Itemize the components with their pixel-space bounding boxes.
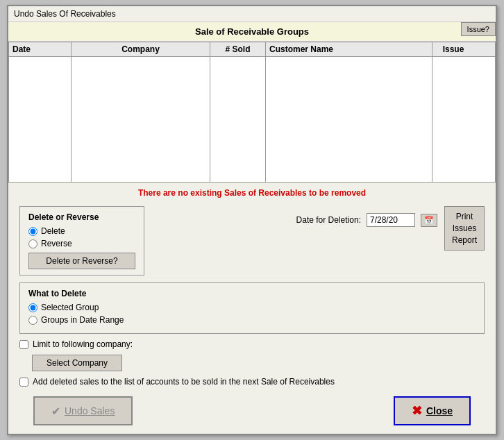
- date-row: Date for Deletion: 📅: [296, 213, 437, 227]
- date-input[interactable]: [367, 213, 415, 227]
- receivables-table: Date Company # Sold Customer Name Issue: [8, 42, 496, 183]
- issue-button[interactable]: Issue?: [461, 22, 496, 36]
- what-delete-section: What to Delete Selected Group Groups in …: [19, 282, 485, 334]
- table-header: Date Company # Sold Customer Name Issue: [9, 42, 495, 57]
- reverse-radio-row: Reverse: [28, 239, 135, 248]
- col-header-company: Company: [72, 42, 210, 56]
- main-window: Undo Sales Of Receivables Sale of Receiv…: [7, 5, 497, 435]
- close-label: Close: [426, 405, 453, 416]
- bottom-buttons: ✔ Undo Sales ✖ Close: [19, 396, 485, 425]
- col-header-sold: # Sold: [210, 42, 266, 56]
- right-col: Date for Deletion: 📅 Print Issues Report: [158, 206, 485, 251]
- add-deleted-label: Add deleted sales to the list of account…: [33, 377, 335, 387]
- section-title: Sale of Receivable Groups: [8, 22, 496, 41]
- what-delete-box: What to Delete Selected Group Groups in …: [19, 282, 485, 334]
- what-delete-title: What to Delete: [28, 289, 476, 298]
- date-print-row: Date for Deletion: 📅 Print Issues Report: [296, 206, 485, 251]
- table-body: [9, 57, 495, 182]
- select-company-button[interactable]: Select Company: [32, 355, 122, 371]
- delete-or-reverse-button[interactable]: Delete or Reverse?: [28, 253, 135, 269]
- limit-company-row: Limit to following company:: [19, 339, 485, 349]
- section-header-row: Sale of Receivable Groups Issue?: [8, 22, 496, 42]
- reverse-label: Reverse: [41, 239, 72, 248]
- col-sold-body: [210, 57, 266, 182]
- undo-check-icon: ✔: [51, 405, 60, 418]
- col-header-date: Date: [9, 42, 72, 56]
- col-issue-body: [432, 57, 474, 182]
- controls-row: Delete or Reverse Delete Reverse Delete …: [19, 206, 485, 276]
- groups-date-range-radio[interactable]: [28, 316, 37, 325]
- selected-group-label: Selected Group: [41, 303, 99, 312]
- bottom-section: Delete or Reverse Delete Reverse Delete …: [8, 201, 496, 434]
- groups-date-range-row: Groups in Date Range: [28, 315, 476, 325]
- col-header-customer: Customer Name: [266, 42, 432, 56]
- window-title: Undo Sales Of Receivables: [14, 9, 116, 19]
- select-company-wrapper: Select Company: [19, 353, 485, 371]
- selected-group-row: Selected Group: [28, 303, 476, 312]
- col-company-body: [72, 57, 210, 182]
- delete-reverse-box: Delete or Reverse Delete Reverse Delete …: [19, 206, 144, 276]
- selected-group-radio[interactable]: [28, 303, 37, 312]
- limit-company-label: Limit to following company:: [33, 339, 133, 349]
- delete-radio[interactable]: [28, 227, 37, 236]
- calendar-button[interactable]: 📅: [421, 214, 437, 227]
- warning-text: There are no existing Sales of Receivabl…: [8, 183, 496, 201]
- delete-reverse-title: Delete or Reverse: [28, 212, 135, 222]
- delete-radio-row: Delete: [28, 226, 135, 236]
- delete-label: Delete: [41, 226, 65, 236]
- title-bar: Undo Sales Of Receivables: [8, 6, 496, 22]
- groups-date-range-label: Groups in Date Range: [41, 315, 124, 325]
- print-issues-button[interactable]: Print Issues Report: [444, 206, 485, 251]
- limit-company-checkbox[interactable]: [19, 340, 28, 349]
- undo-sales-label: Undo Sales: [65, 405, 115, 416]
- undo-sales-button[interactable]: ✔ Undo Sales: [33, 396, 133, 425]
- date-label: Date for Deletion:: [296, 215, 361, 225]
- reverse-radio[interactable]: [28, 239, 37, 248]
- close-button[interactable]: ✖ Close: [394, 396, 471, 425]
- col-customer-body: [266, 57, 432, 182]
- left-col: Delete or Reverse Delete Reverse Delete …: [19, 206, 144, 276]
- col-date-body: [9, 57, 72, 182]
- add-deleted-row: Add deleted sales to the list of account…: [19, 377, 485, 387]
- col-header-issue: Issue: [432, 42, 474, 56]
- add-deleted-checkbox[interactable]: [19, 378, 28, 387]
- close-x-icon: ✖: [412, 403, 422, 418]
